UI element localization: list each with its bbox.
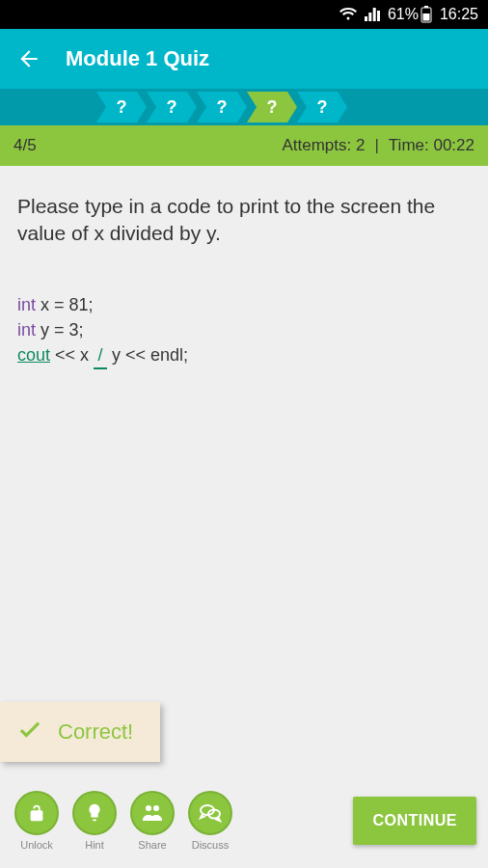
separator: | — [374, 136, 378, 155]
keyword-int: int — [17, 295, 36, 314]
page-title: Module 1 Quiz — [66, 46, 209, 71]
unlock-label: Unlock — [20, 839, 53, 851]
share-label: Share — [138, 839, 166, 851]
time-label: Time: 00:22 — [389, 136, 474, 155]
chat-icon — [199, 802, 222, 824]
progress-step-3[interactable]: ? — [247, 92, 297, 122]
discuss-button[interactable]: Discuss — [185, 791, 235, 851]
share-button[interactable]: Share — [127, 791, 177, 851]
progress-steps: ????? — [0, 89, 488, 125]
step-label: ? — [317, 97, 328, 118]
keyword-int: int — [17, 320, 36, 339]
progress-step-0[interactable]: ? — [96, 92, 147, 122]
discuss-label: Discuss — [192, 839, 230, 851]
battery-icon — [420, 6, 432, 23]
feedback-text: Correct! — [58, 719, 133, 745]
step-label: ? — [267, 97, 278, 118]
svg-point-8 — [146, 805, 151, 811]
step-label: ? — [217, 97, 228, 118]
progress-step-4[interactable]: ? — [297, 92, 347, 122]
status-time: 16:25 — [440, 6, 478, 23]
svg-rect-2 — [422, 14, 429, 21]
battery-percent: 61% — [388, 6, 419, 23]
bottom-actions: Unlock Hint Share Discuss CONTINUE — [0, 791, 488, 868]
back-button[interactable] — [15, 45, 42, 72]
code-line-3: cout << x / y << endl; — [17, 342, 471, 369]
answer-blank[interactable]: / — [94, 342, 107, 369]
feedback-banner: Correct! — [0, 702, 160, 762]
app-bar: Module 1 Quiz — [0, 29, 488, 89]
stream-cout: cout — [17, 345, 50, 365]
code-line-2: int y = 3; — [17, 317, 471, 342]
content-area: Please type in a code to print to the sc… — [0, 166, 488, 868]
question-prompt: Please type in a code to print to the sc… — [17, 193, 471, 248]
progress-step-1[interactable]: ? — [147, 92, 197, 122]
progress-step-2[interactable]: ? — [197, 92, 247, 122]
svg-point-9 — [153, 805, 159, 811]
hint-button[interactable]: Hint — [69, 791, 120, 851]
attempts-label: Attempts: 2 — [282, 136, 365, 155]
lightbulb-icon — [84, 802, 105, 824]
arrow-left-icon — [16, 46, 41, 71]
battery-indicator: 61% — [388, 6, 432, 23]
signal-icon — [365, 8, 380, 21]
svg-rect-1 — [424, 6, 428, 8]
unlock-icon — [26, 802, 47, 824]
code-block: int x = 81; int y = 3; cout << x / y << … — [17, 292, 471, 369]
step-label: ? — [117, 97, 127, 118]
unlock-button[interactable]: Unlock — [12, 791, 62, 851]
wifi-icon — [339, 8, 357, 21]
status-bar: 61% 16:25 — [0, 0, 488, 29]
info-bar: 4/5 Attempts: 2 | Time: 00:22 — [0, 125, 488, 166]
code-line-1: int x = 81; — [17, 292, 471, 317]
question-counter: 4/5 — [14, 136, 37, 155]
continue-button[interactable]: CONTINUE — [353, 797, 476, 845]
check-icon — [15, 716, 44, 748]
people-icon — [141, 802, 164, 824]
hint-label: Hint — [85, 839, 104, 851]
step-label: ? — [167, 97, 177, 118]
